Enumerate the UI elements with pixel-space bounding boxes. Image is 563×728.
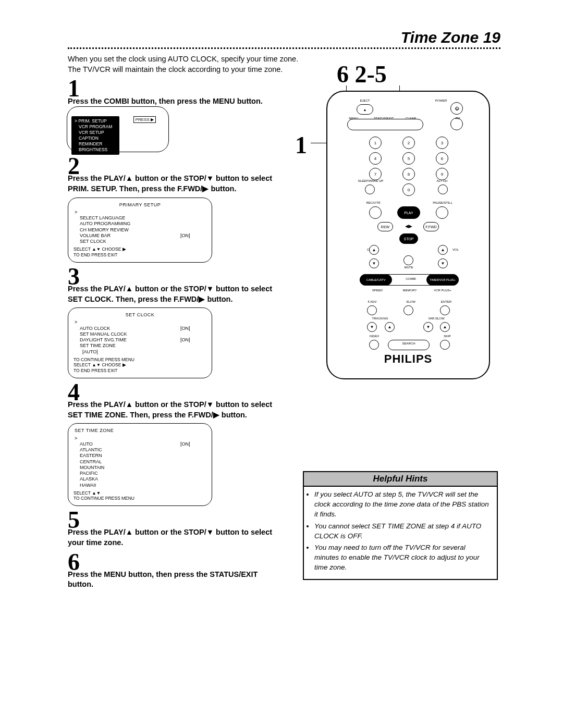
enter-button[interactable] — [440, 305, 450, 315]
vcrplus-label: VCR PLUS+ — [430, 289, 456, 292]
mute-button[interactable] — [403, 255, 413, 265]
sleep-label: SLEEP/WAKE UP — [358, 179, 384, 182]
osd-3-foot: TO CONTINUE PRESS MENU SELECT ▲▼ CHOOSE … — [74, 357, 206, 374]
skip-button[interactable] — [440, 340, 450, 350]
page-header: Time Zone 19 — [68, 29, 500, 46]
remote-diagram: EJECT ▲ POWER ⏻ MENU STATUS/EXIT CLEAR F… — [326, 91, 490, 379]
sleep-button[interactable] — [365, 184, 375, 194]
power-label: POWER — [431, 99, 451, 102]
page-title: Time Zone — [401, 29, 479, 46]
eject-button[interactable]: ▲ — [357, 104, 373, 115]
osd-1-menu-items: > PRIM. SETUP VCR PROGRAM VCR SETUP CAPT… — [71, 116, 119, 155]
pause-label: PAUSE/STILL — [431, 201, 455, 204]
search-bar[interactable] — [388, 340, 430, 350]
manual-page: Time Zone 19 When you set the clock usin… — [0, 0, 563, 728]
vol-down-button[interactable]: ▼ — [438, 258, 448, 268]
skip-label: SKIP — [437, 335, 458, 338]
osd-screen-3: SET CLOCK AUTO CLOCK[ON] SET MANUAL CLOC… — [68, 307, 212, 378]
helpful-hints-box: Helpful Hints If you select AUTO at step… — [303, 471, 498, 580]
ffwd-button[interactable]: F.FWD — [423, 222, 439, 231]
osd-3-title: SET CLOCK — [74, 312, 206, 318]
varslow-down-button[interactable]: ▼ — [423, 322, 433, 332]
power-button[interactable]: ⏻ — [450, 102, 463, 115]
press-badge: PRESS ▶ — [133, 116, 156, 123]
rec-label: REC/OTR — [364, 201, 383, 204]
page-number: 19 — [483, 29, 500, 46]
ch-up-button[interactable]: ▲ — [369, 245, 379, 255]
helpful-hints-title: Helpful Hints — [304, 472, 497, 487]
callout-left: 1 — [295, 131, 307, 159]
hint-item: You may need to turn off the TV/VCR for … — [314, 543, 489, 573]
osd-screen-1: > PRIM. SETUP VCR PROGRAM VCR SETUP CAPT… — [67, 106, 169, 152]
step-5-text: Press the PLAY/▲ button or the STOP/▼ bu… — [68, 527, 302, 548]
tracking-down-button[interactable]: ▼ — [367, 322, 377, 332]
mute-label: MUTE — [398, 266, 419, 269]
clear-label: CLEAR — [400, 117, 421, 120]
digit-8-button[interactable]: 8 — [402, 168, 415, 180]
digit-4-button[interactable]: 4 — [369, 152, 382, 165]
callout-top: 6 2-5 — [337, 60, 387, 88]
diagram-column: 6 2-5 1 EJECT ▲ POWER ⏻ MENU STATUS/EXIT… — [311, 54, 500, 590]
fadv-label: F.ADV — [362, 300, 383, 303]
step-1-text: Press the COMBI button, then press the M… — [68, 96, 302, 107]
osd-2-foot: SELECT ▲▼ CHOOSE ▶ TO END PRESS EXIT — [74, 246, 206, 257]
hint-item: You cannot select SET TIME ZONE at step … — [314, 522, 489, 541]
status-label: STATUS/EXIT — [368, 117, 399, 120]
vol-up-button[interactable]: ▲ — [438, 245, 448, 255]
rec-button[interactable] — [369, 206, 382, 219]
ch-down-button[interactable]: ▼ — [369, 258, 379, 268]
varslow-up-button[interactable]: ▲ — [440, 322, 450, 332]
osd-4-foot: SELECT ▲▼ TO CONTINUE PRESS MENU — [74, 490, 206, 501]
tracking-label: TRACKING — [367, 317, 393, 320]
hint-item: If you select AUTO at step 5, the TV/VCR… — [314, 490, 489, 520]
brand-logo: PHILIPS — [327, 352, 489, 366]
memory-label: MEMORY — [399, 289, 420, 292]
osd-screen-2: PRIMARY SETUP SELECT LANGUAGE AUTO PROGR… — [68, 198, 212, 263]
digit-7-button[interactable]: 7 — [369, 168, 382, 180]
combi-label: COMBI — [400, 277, 421, 280]
osd-4-title: SET TIME ZONE — [74, 428, 206, 434]
step-3-text: Press the PLAY/▲ button or the STOP/▼ bu… — [68, 284, 302, 304]
slow-button[interactable] — [403, 305, 413, 315]
speed-label: SPEED — [367, 289, 388, 292]
header-divider — [68, 47, 500, 49]
digit-3-button[interactable]: 3 — [436, 137, 448, 149]
index-label: INDEX — [364, 335, 385, 338]
search-label: SEARCH — [398, 342, 419, 345]
play-button[interactable]: PLAY — [397, 206, 420, 219]
step-6-text: Press the MENU button, then press the ST… — [68, 570, 302, 590]
altch-button[interactable] — [438, 184, 448, 194]
timer-button[interactable]: TIMER/VCR PLUS+ — [426, 274, 459, 286]
fm-label: FM — [447, 117, 468, 120]
rew-ffwd-icon: ◀▶ — [403, 221, 413, 231]
rew-button[interactable]: REW — [377, 222, 393, 231]
slow-label: SLOW — [400, 300, 421, 303]
stop-button[interactable]: STOP — [399, 233, 418, 244]
digit-1-button[interactable]: 1 — [369, 137, 382, 149]
tracking-up-button[interactable]: ▲ — [385, 322, 395, 332]
intro-line-2: The TV/VCR will maintain the clock accor… — [68, 65, 283, 73]
fadv-button[interactable] — [367, 305, 377, 315]
step-4-text: Press the PLAY/▲ button or the STOP/▼ bu… — [68, 400, 302, 420]
eject-label: EJECT — [354, 99, 375, 102]
index-button[interactable] — [369, 340, 379, 350]
vol-label: VOL — [445, 248, 466, 251]
intro-line-1: When you set the clock using AUTO CLOCK,… — [68, 55, 298, 63]
digit-0-button[interactable]: 0 — [402, 183, 415, 196]
digit-9-button[interactable]: 9 — [436, 168, 448, 180]
osd-2-title: PRIMARY SETUP — [74, 202, 206, 208]
intro-text: When you set the clock using AUTO CLOCK,… — [68, 54, 302, 75]
altch-label: ALT CH — [432, 179, 452, 182]
enter-label: ENTER — [436, 300, 457, 303]
varslow-label: VAR.SLOW — [423, 317, 449, 320]
step-2-text: Press the PLAY/▲ button or the STOP/▼ bu… — [68, 174, 302, 194]
instructions-column: When you set the clock using AUTO CLOCK,… — [68, 54, 302, 590]
pause-button[interactable] — [436, 206, 448, 219]
digit-5-button[interactable]: 5 — [402, 152, 415, 165]
menu-label: MENU — [343, 117, 364, 120]
digit-2-button[interactable]: 2 — [402, 137, 415, 149]
cable-button[interactable]: CABLE/CATV — [360, 274, 392, 286]
digit-6-button[interactable]: 6 — [436, 152, 448, 165]
osd-screen-4: SET TIME ZONE AUTO[ON] ATLANTIC EASTERN … — [68, 423, 212, 506]
menu-bar[interactable] — [347, 119, 423, 130]
